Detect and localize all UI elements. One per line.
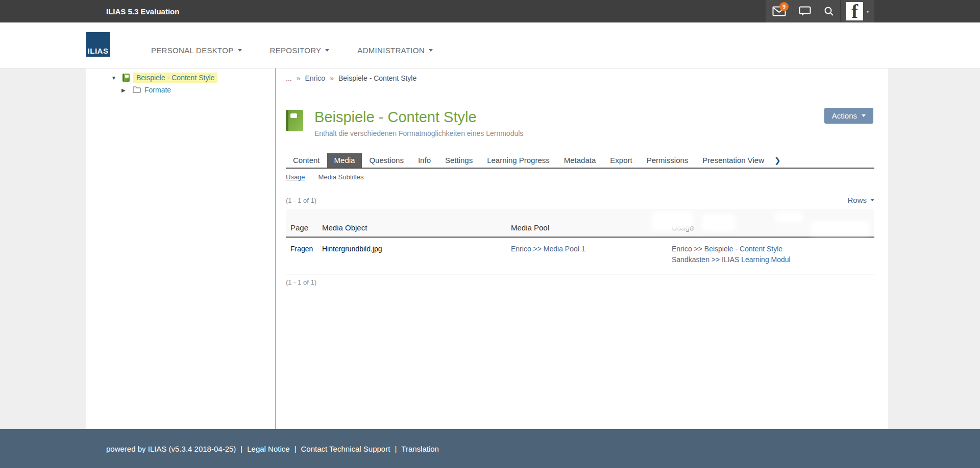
learning-module-icon-large [286,110,303,131]
usage-link-1[interactable]: Enrico >> Beispiele - Content Style [672,245,874,253]
menu-repository[interactable]: REPOSITORY [270,46,330,56]
chevron-down-icon [862,114,866,117]
cell-media-object: Hintergrundbild.jpg [322,245,511,253]
actions-button[interactable]: Actions [824,108,873,124]
tab-permissions[interactable]: Permissions [640,153,696,168]
page-header: Beispiele - Content Style Enthält die ve… [286,108,874,137]
breadcrumb-ellipsis-link[interactable]: ... [286,74,292,82]
blurred-area [810,221,870,235]
tree-link-current[interactable]: Beispiele - Content Style [133,73,217,83]
footer-separator: | [295,444,297,453]
tab-info[interactable]: Info [411,153,438,168]
chat-icon [799,6,811,16]
chevron-down-icon: ▾ [866,9,869,14]
tree-item-learning-module: ▼ Beispiele - Content Style [86,72,275,83]
tab-media[interactable]: Media [327,153,362,168]
footer-separator: | [395,444,397,453]
chevron-down-icon [325,49,329,52]
main-menu: PERSONAL DESKTOP REPOSITORY ADMINISTRATI… [151,46,461,56]
pagination-info-bottom: (1 - 1 of 1) [286,278,874,286]
blurred-area [702,214,736,231]
usage-link-2[interactable]: Sandkasten >> ILIAS Learning Modul [672,255,874,264]
rows-dropdown[interactable]: Rows [847,196,874,204]
tab-metadata[interactable]: Metadata [557,153,603,168]
tree-link-formate[interactable]: Formate [144,86,171,94]
legal-notice-link[interactable]: Legal Notice [247,444,289,453]
mail-count-badge: 9 [779,2,789,11]
installation-title: ILIAS 5.3 Evaluation [0,7,179,16]
table-row: Fragen Hintergrundbild.jpg Enrico >> Med… [286,238,874,274]
tab-bar: Content Media Questions Info Settings Le… [286,153,874,169]
tree-expander-open-icon[interactable]: ▼ [111,75,117,81]
chat-button[interactable] [793,0,817,22]
powered-by-text: powered by ILIAS (v5.3.4 2018-04-25) [106,444,236,453]
mail-button[interactable]: 9 [766,0,793,22]
ilias-logo[interactable]: ILIAS [86,32,110,57]
cell-usage: Enrico >> Beispiele - Content Style Sand… [672,245,874,266]
user-menu-button[interactable]: f ▾ [840,0,874,22]
column-header-page: Page [290,223,322,232]
chevron-down-icon [429,49,433,52]
table-controls: (1 - 1 of 1) Rows [286,196,874,204]
contact-support-link[interactable]: Contact Technical Support [301,444,390,453]
menu-personal-desktop[interactable]: PERSONAL DESKTOP [151,46,242,56]
user-avatar: f [846,2,863,20]
tree-expander-closed-icon[interactable]: ▶ [121,87,128,93]
column-header-media-pool: Media Pool [511,223,672,232]
search-icon [824,6,834,16]
subtab-usage[interactable]: Usage [286,173,305,181]
chevron-down-icon [870,199,874,201]
translation-link[interactable]: Translation [401,444,439,453]
table-header-row: Page Media Object Media Pool Usage [286,209,874,238]
main-content: ... » Enrico » Beispiele - Content Style… [276,68,888,429]
tab-export[interactable]: Export [603,153,639,168]
cell-page: Fragen [290,245,322,253]
tab-settings[interactable]: Settings [438,153,480,168]
breadcrumb: ... » Enrico » Beispiele - Content Style [286,74,874,82]
subtab-media-subtitles[interactable]: Media Subtitles [318,173,364,181]
media-pool-link[interactable]: Enrico >> Media Pool 1 [511,245,672,253]
content-container: ▼ Beispiele - Content Style ▶ Formate ..… [86,68,888,429]
breadcrumb-enrico-link[interactable]: Enrico [305,74,325,82]
main-nav-bar: ILIAS PERSONAL DESKTOP REPOSITORY ADMINI… [0,22,980,68]
folder-icon [133,86,141,95]
top-bar: ILIAS 5.3 Evaluation 9 f ▾ [0,0,980,22]
blurred-area [775,212,803,223]
menu-administration[interactable]: ADMINISTRATION [357,46,432,56]
media-usage-table: Page Media Object Media Pool Usage Frage… [286,209,874,274]
search-button[interactable] [817,0,840,22]
tab-content[interactable]: Content [286,153,327,168]
tab-learning-progress[interactable]: Learning Progress [480,153,557,168]
chevron-right-icon[interactable]: ❯ [771,153,784,168]
chevron-down-icon [238,49,242,52]
repository-tree: ▼ Beispiele - Content Style ▶ Formate [86,68,276,429]
breadcrumb-separator: » [297,74,301,82]
tab-presentation-view[interactable]: Presentation View [695,153,771,168]
breadcrumb-current[interactable]: Beispiele - Content Style [338,74,416,82]
subtab-bar: Usage Media Subtitles [286,173,874,181]
blurred-area [651,212,693,231]
tab-questions[interactable]: Questions [362,153,411,168]
footer-separator: | [240,444,242,453]
learning-module-icon [122,74,130,82]
pagination-info: (1 - 1 of 1) [286,197,316,204]
column-header-media-object: Media Object [322,223,511,232]
page-body: ▼ Beispiele - Content Style ▶ Formate ..… [0,68,980,429]
tree-item-folder: ▶ Formate [86,84,275,96]
cell-media-pool: Enrico >> Media Pool 1 [511,245,672,253]
topbar-icon-group: 9 f ▾ [766,0,874,22]
page-subtitle: Enthält die verschiedenen Formatmöglichk… [314,129,523,137]
footer-bar: powered by ILIAS (v5.3.4 2018-04-25) | L… [0,429,980,468]
page-title: Beispiele - Content Style [314,108,523,126]
breadcrumb-separator: » [330,74,334,82]
